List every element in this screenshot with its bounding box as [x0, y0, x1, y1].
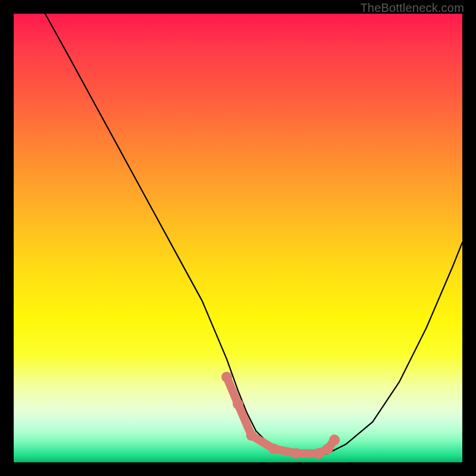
bottleneck-curve	[45, 14, 462, 456]
chart-root: TheBottleneck.com	[0, 0, 476, 476]
trough-dot	[268, 443, 279, 454]
trough-dot	[291, 448, 302, 459]
curve-layer	[14, 14, 462, 462]
trough-dot	[329, 434, 340, 445]
watermark-text: TheBottleneck.com	[360, 1, 464, 15]
trough-dot	[322, 443, 333, 454]
plot-area	[14, 14, 462, 462]
trough-dot	[246, 430, 257, 441]
trough-stroke	[227, 377, 334, 453]
trough-marker	[221, 372, 340, 459]
trough-dot	[233, 399, 243, 409]
trough-dot	[221, 372, 232, 383]
